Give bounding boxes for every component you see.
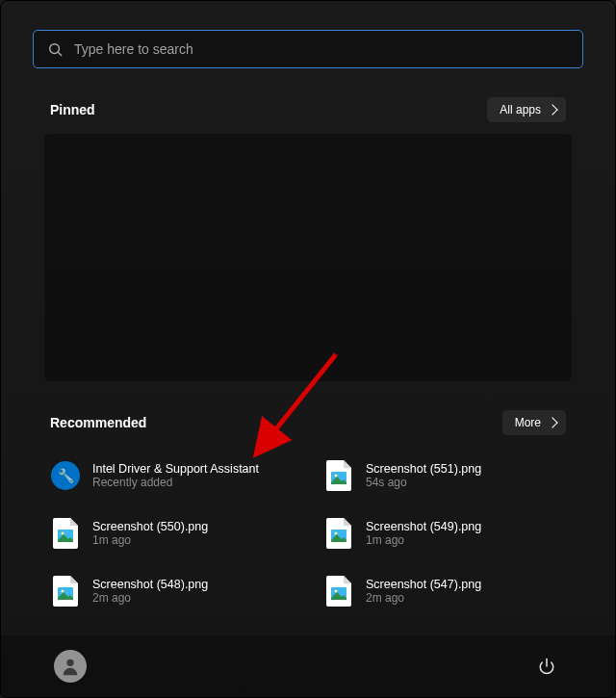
item-subtitle: 1m ago	[92, 533, 208, 547]
recommended-item[interactable]: 🔧 Intel Driver & Support Assistant Recen…	[44, 456, 298, 495]
item-subtitle: 2m ago	[92, 591, 208, 605]
pinned-header: Pinned All apps	[33, 97, 583, 122]
recommended-item[interactable]: Screenshot (548).png 2m ago	[44, 572, 298, 610]
user-button[interactable]	[54, 650, 87, 683]
item-subtitle: 54s ago	[366, 476, 481, 489]
item-title: Screenshot (549).png	[366, 520, 481, 533]
recommended-item[interactable]: Screenshot (549).png 1m ago	[318, 514, 572, 553]
image-file-icon	[50, 518, 81, 549]
item-subtitle: 1m ago	[366, 533, 481, 547]
item-title: Screenshot (551).png	[366, 462, 481, 476]
image-file-icon	[50, 576, 81, 607]
recommended-item[interactable]: Screenshot (551).png 54s ago	[318, 456, 572, 495]
item-title: Intel Driver & Support Assistant	[92, 462, 259, 476]
recommended-item[interactable]: Screenshot (547).png 2m ago	[318, 572, 572, 610]
item-subtitle: Recently added	[92, 476, 259, 489]
all-apps-button[interactable]: All apps	[487, 97, 566, 122]
intel-icon: 🔧	[50, 460, 81, 491]
pinned-area	[44, 134, 572, 381]
bottom-bar	[1, 634, 615, 697]
item-subtitle: 2m ago	[366, 591, 481, 605]
svg-point-2	[50, 43, 60, 53]
recommended-item[interactable]: Screenshot (550).png 1m ago	[44, 514, 298, 553]
search-box[interactable]	[33, 30, 583, 68]
recommended-grid: 🔧 Intel Driver & Support Assistant Recen…	[33, 447, 583, 610]
item-title: Screenshot (550).png	[92, 520, 208, 533]
recommended-title: Recommended	[50, 415, 146, 430]
recommended-header: Recommended More	[33, 410, 583, 435]
chevron-right-icon	[547, 417, 557, 427]
item-title: Screenshot (547).png	[366, 578, 481, 591]
pinned-title: Pinned	[50, 102, 95, 117]
all-apps-label: All apps	[500, 103, 541, 116]
more-button[interactable]: More	[502, 410, 566, 435]
power-icon	[538, 658, 555, 675]
image-file-icon	[323, 518, 354, 549]
image-file-icon	[323, 576, 354, 607]
user-icon	[60, 656, 81, 677]
search-input[interactable]	[74, 41, 568, 57]
search-icon	[48, 42, 63, 57]
more-label: More	[515, 416, 541, 429]
svg-point-4	[66, 659, 73, 666]
chevron-right-icon	[547, 104, 557, 115]
image-file-icon	[323, 460, 354, 491]
svg-line-3	[58, 52, 62, 56]
item-title: Screenshot (548).png	[92, 578, 208, 591]
power-button[interactable]	[531, 651, 562, 682]
